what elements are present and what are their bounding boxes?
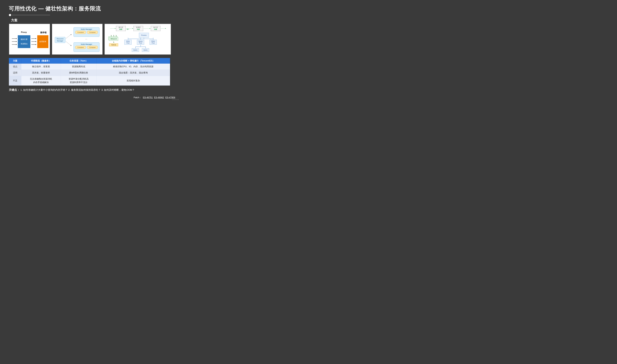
table-header: 全链路内存熔断 + 弹性漏斗（TencentES）	[96, 58, 170, 64]
down-arrow-icon	[116, 35, 116, 36]
table-cell: 资源隔离性优	[61, 64, 96, 70]
layer-title: 接口层	[116, 26, 125, 28]
arrow-icon	[31, 39, 36, 39]
diagram-row: Proxy 服务端 规则引擎 资源预估 处理请求 Resource Manage…	[9, 24, 171, 55]
down-arrow-icon	[113, 41, 114, 43]
table-cell: 高并发、轻量请求	[21, 70, 61, 76]
row-label: 适用	[9, 70, 21, 76]
patch-label: Patch：	[134, 96, 141, 99]
table-row: 不足 无法准确预估资源消耗 内存矛盾难解决 资源申请分配消耗高 资源利用率不充分…	[9, 76, 170, 86]
dashed-arrow-icon	[66, 41, 71, 46]
layer-title: 协调层	[134, 26, 143, 28]
panel-yarn: Resource Manager Node Manager Container …	[52, 24, 103, 55]
down-arrow-icon	[113, 35, 114, 36]
table-cell: 无法准确预估资源消耗 内存矛盾难解决	[21, 76, 61, 86]
server-box: 处理请求	[37, 35, 48, 48]
patch-link[interactable]: ES-46751	[143, 96, 153, 99]
dashed-arrow-icon	[161, 28, 166, 29]
query-pool-box: Query Pool	[137, 40, 144, 45]
funnel-label: 漏斗	[127, 28, 129, 30]
panel-proxy: Proxy 服务端 规则引擎 资源预估 处理请求	[9, 24, 50, 55]
table-cell: 精准控制CPU、IO、内存，充分利用资源	[96, 64, 170, 70]
row-label: 不足	[9, 76, 21, 86]
line-icon	[140, 45, 141, 47]
thread-pool-box: 线程池	[109, 43, 118, 46]
layer-box: 协调层 内存	[134, 26, 143, 31]
bullet-dot	[9, 14, 11, 16]
process-box: Process	[139, 33, 149, 38]
arrow-icon	[12, 41, 17, 42]
table-header: 任务容器（Yarn）	[61, 58, 96, 64]
layer-title: 执行层	[151, 26, 160, 28]
node-manager-label: Node Manager	[74, 28, 99, 30]
container-pill: Container	[75, 46, 86, 49]
elastic-queue-box: 弹性队列	[109, 37, 118, 41]
keypoints-text: 1. 如何准确统计大量中小查询的内存开销？ 2. 服务限流如何保持高吞吐？ 3.…	[20, 89, 135, 91]
table-cell: 混合场景：高并发、混合查询	[96, 70, 170, 76]
layer-box: 执行层 内存	[151, 26, 160, 31]
container-pill: Container	[75, 31, 86, 34]
proxy-label: Proxy	[21, 31, 27, 34]
arrow-icon	[31, 44, 36, 45]
mem-label: 内存	[134, 28, 143, 30]
title-rule	[9, 14, 171, 16]
query-box: Query	[132, 48, 139, 52]
panel-tencent-es: 接口层 内存 漏斗 协调层 内存 执行层 内存 弹性队列 线程池 Pr	[104, 24, 171, 55]
server-label: 服务端	[40, 31, 46, 34]
handle-request-text: 处理请求	[39, 40, 46, 43]
table-row: 优点 独立组件，变更易 资源隔离性优 精准控制CPU、IO、内存，充分利用资源	[9, 64, 170, 70]
patch-link[interactable]: ES-46962	[154, 96, 164, 99]
table-cell: 实现相对复杂	[96, 76, 170, 86]
comparison-table: 方案 代理限流（微服务） 任务容器（Yarn） 全链路内存熔断 + 弹性漏斗（T…	[9, 58, 170, 86]
node-manager-label: Node Manager	[74, 43, 99, 45]
watermark-text: CSDN 林小虎	[172, 99, 179, 101]
line-icon	[146, 47, 146, 48]
other-pool-box: Other Pool	[150, 40, 157, 45]
write-pool-box: Write Pool	[124, 40, 132, 45]
row-label: 优点	[9, 64, 21, 70]
container-pill: Container	[87, 31, 98, 34]
table-cell: 类MR型长周期任务	[61, 70, 96, 76]
node-manager-box: Node Manager Container Container	[74, 27, 99, 37]
patch-link[interactable]: ES-47806	[165, 96, 175, 99]
line-icon	[135, 47, 136, 48]
ellipsis-icon: ⋮	[86, 38, 87, 40]
proxy-box: 规则引擎 资源预估	[18, 35, 30, 48]
mem-label: 内存	[116, 28, 125, 30]
section-subtitle: 方案	[11, 18, 171, 22]
patch-links-row: Patch： ES-46751 ES-46962 ES-47806	[134, 96, 175, 99]
keypoints-row: 关键点： 1. 如何准确统计大量中小查询的内存开销？ 2. 服务限流如何保持高吞…	[9, 88, 171, 92]
line-icon	[128, 39, 153, 39]
layer-box: 接口层 内存	[116, 26, 126, 31]
rule-engine-text: 规则引擎	[21, 38, 27, 40]
table-header: 代理限流（微服务）	[21, 58, 61, 64]
arrow-icon	[31, 41, 36, 42]
resource-manager-box: Resource Manager	[55, 37, 65, 43]
container-pill: Container	[87, 46, 98, 49]
down-arrow-icon	[111, 35, 111, 36]
table-header: 方案	[9, 58, 21, 64]
dashed-arrow-icon	[144, 28, 150, 29]
mem-label: 内存	[151, 28, 160, 30]
table-cell: 资源申请分配消耗高 资源利用率不充分	[61, 76, 96, 86]
arrow-icon	[12, 39, 17, 39]
table-row: 适用 高并发、轻量请求 类MR型长周期任务 混合场景：高并发、混合查询	[9, 70, 170, 76]
rule-line	[12, 15, 50, 15]
slide-title: 可用性优化 — 健壮性架构：服务限流	[9, 5, 171, 12]
keypoints-label: 关键点：	[9, 88, 20, 91]
line-icon	[144, 38, 144, 39]
node-manager-box: Node Manager Container Container	[74, 42, 99, 52]
resource-est-text: 资源预估	[21, 43, 27, 45]
table-cell: 独立组件，变更易	[21, 64, 61, 70]
dashed-arrow-icon	[66, 34, 71, 39]
arrow-icon	[12, 44, 17, 45]
dashed-arrow-icon	[110, 28, 115, 29]
query-box: Query	[142, 48, 149, 52]
